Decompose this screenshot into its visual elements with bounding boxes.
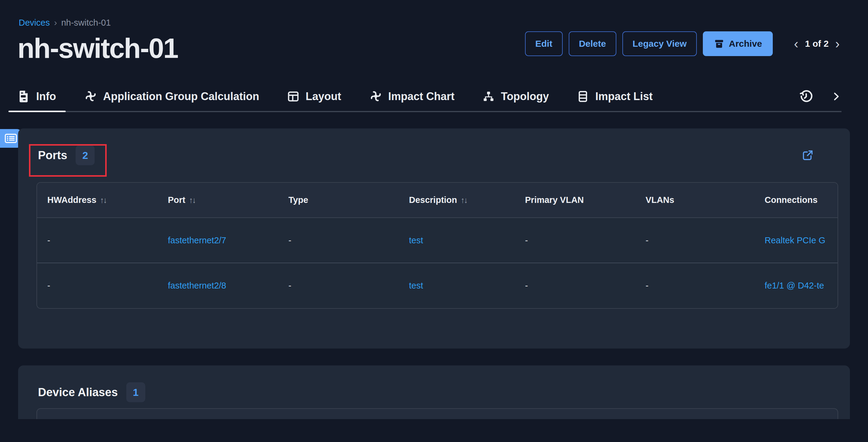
next-record-button[interactable]: › (835, 37, 840, 50)
ports-card-title: Ports (38, 149, 67, 162)
column-header-primary-vlan[interactable]: Primary VLAN (515, 183, 635, 218)
ports-table: HWAddress↑↓ Port↑↓ Type Description↑↓ Pr… (36, 182, 838, 309)
tab-label: Impact Chart (388, 90, 455, 103)
cell-vlans: - (635, 263, 754, 308)
history-icon[interactable] (799, 90, 813, 104)
tab-topology[interactable]: Topology (482, 82, 549, 111)
breadcrumb-current: nh-switch-01 (61, 18, 111, 28)
sort-icon[interactable]: ↑↓ (461, 196, 467, 205)
table-row: - fastethernet2/8 - test - - fe1/1 @ D42… (37, 263, 838, 308)
table-row: - fastethernet2/7 - test - - Realtek PCI… (37, 218, 838, 263)
device-aliases-card: Device Aliases 1 (18, 365, 850, 419)
chevron-right-icon[interactable] (831, 91, 841, 102)
cell-port: fastethernet2/8 (158, 263, 278, 308)
tab-label: Info (36, 90, 56, 103)
list-icon (577, 90, 589, 103)
tab-label: Layout (306, 90, 341, 103)
document-icon (18, 90, 30, 103)
tab-layout[interactable]: Layout (287, 82, 341, 111)
connection-link[interactable]: fe1/1 @ D42-te (765, 281, 824, 290)
description-link[interactable]: test (409, 235, 423, 245)
sort-icon[interactable]: ↑↓ (100, 196, 106, 205)
archive-button-label: Archive (729, 38, 762, 49)
cell-connections: fe1/1 @ D42-te (754, 263, 838, 308)
cell-primary-vlan: - (515, 218, 635, 263)
header-actions: Edit Delete Legacy View Archive ‹ 1 of 2… (525, 31, 840, 56)
layout-icon (287, 90, 300, 103)
sort-icon[interactable]: ↑↓ (189, 196, 195, 205)
tab-bar: Info Application Group Calculation Layou… (18, 82, 841, 112)
connection-link[interactable]: Realtek PCIe G (765, 235, 825, 245)
archive-icon (714, 38, 724, 49)
cell-type: - (278, 263, 399, 308)
cell-description: test (399, 263, 515, 308)
description-link[interactable]: test (409, 281, 423, 290)
cell-connections: Realtek PCIe G (754, 218, 838, 263)
cell-port: fastethernet2/7 (158, 218, 278, 263)
edit-button[interactable]: Edit (525, 31, 563, 56)
tab-info[interactable]: Info (18, 82, 56, 111)
breadcrumb-devices-link[interactable]: Devices (19, 18, 50, 28)
device-aliases-count-badge: 1 (126, 382, 145, 402)
archive-button[interactable]: Archive (703, 31, 773, 56)
device-aliases-card-header: Device Aliases 1 (18, 365, 850, 402)
column-header-hwaddress[interactable]: HWAddress↑↓ (37, 183, 158, 218)
column-header-description[interactable]: Description↑↓ (399, 183, 515, 218)
tab-bar-controls (799, 90, 841, 104)
ports-card: Ports 2 HWAddress↑↓ Port↑↓ Type Descript… (18, 128, 850, 349)
breadcrumb-separator: › (54, 18, 57, 28)
previous-record-button[interactable]: ‹ (793, 37, 799, 50)
port-link[interactable]: fastethernet2/7 (168, 235, 226, 245)
delete-button[interactable]: Delete (569, 31, 616, 56)
tab-label: Application Group Calculation (103, 90, 259, 103)
port-link[interactable]: fastethernet2/8 (168, 281, 226, 290)
device-aliases-table (36, 408, 838, 419)
ports-card-header: Ports 2 (18, 128, 850, 165)
sitemap-icon (482, 90, 495, 103)
column-header-vlans[interactable]: VLANs (635, 183, 754, 218)
device-aliases-card-title: Device Aliases (38, 386, 118, 399)
ports-table-header-row: HWAddress↑↓ Port↑↓ Type Description↑↓ Pr… (37, 183, 838, 218)
tab-label: Topology (501, 90, 549, 103)
cell-primary-vlan: - (515, 263, 635, 308)
column-header-port[interactable]: Port↑↓ (158, 183, 278, 218)
column-header-type[interactable]: Type (278, 183, 399, 218)
hub-icon (369, 90, 382, 103)
tab-application-group-calculation[interactable]: Application Group Calculation (84, 82, 259, 111)
breadcrumb: Devices › nh-switch-01 (19, 18, 111, 28)
cell-vlans: - (635, 218, 754, 263)
page-title: nh-switch-01 (18, 33, 178, 64)
external-link-icon[interactable] (802, 149, 814, 161)
tab-impact-list[interactable]: Impact List (577, 82, 652, 111)
ports-count-badge: 2 (76, 145, 95, 165)
cell-hwaddress: - (37, 218, 158, 263)
device-detail-page: Devices › nh-switch-01 nh-switch-01 Edit… (0, 0, 868, 419)
cell-description: test (399, 218, 515, 263)
record-position: 1 of 2 (805, 38, 829, 49)
tab-label: Impact List (595, 90, 652, 103)
list-details-icon (4, 133, 17, 144)
record-pagination: ‹ 1 of 2 › (793, 37, 840, 50)
cell-type: - (278, 218, 399, 263)
column-header-connections[interactable]: Connections (754, 183, 838, 218)
hub-icon (84, 90, 97, 103)
tab-impact-chart[interactable]: Impact Chart (369, 82, 455, 111)
legacy-view-button[interactable]: Legacy View (622, 31, 697, 56)
cell-hwaddress: - (37, 263, 158, 308)
